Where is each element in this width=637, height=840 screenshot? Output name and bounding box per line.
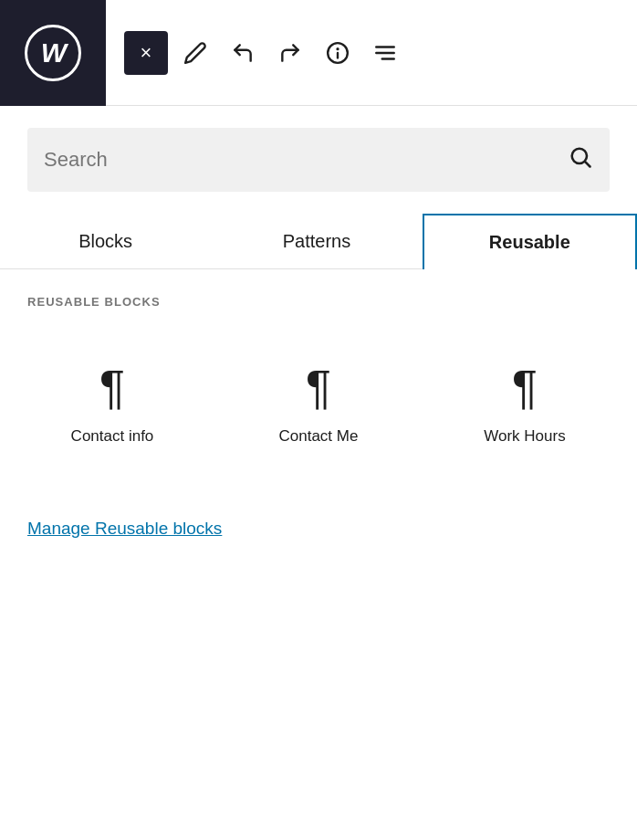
menu-button[interactable] xyxy=(365,33,405,73)
toolbar: W × xyxy=(0,0,637,106)
block-label-contact-me: Contact Me xyxy=(278,427,358,446)
tab-reusable[interactable]: Reusable xyxy=(423,214,637,269)
search-icon xyxy=(568,144,593,175)
close-icon: × xyxy=(141,41,152,65)
wp-logo: W xyxy=(0,0,106,106)
redo-button[interactable] xyxy=(270,33,310,73)
tab-patterns[interactable]: Patterns xyxy=(211,214,422,268)
block-item-work-hours[interactable]: ¶ Work Hours xyxy=(422,336,628,464)
section-label: REUSABLE BLOCKS xyxy=(0,269,637,318)
search-input[interactable] xyxy=(44,148,568,172)
manage-reusable-blocks-link[interactable]: Manage Reusable blocks xyxy=(27,519,222,539)
paragraph-icon-contact-info: ¶ xyxy=(99,363,125,411)
info-icon xyxy=(326,41,350,65)
search-box xyxy=(27,128,610,192)
paragraph-icon-contact-me: ¶ xyxy=(306,363,331,411)
block-label-work-hours: Work Hours xyxy=(484,427,565,446)
tab-blocks[interactable]: Blocks xyxy=(0,214,211,268)
block-item-contact-me[interactable]: ¶ Contact Me xyxy=(215,336,422,464)
block-label-contact-info: Contact info xyxy=(71,427,154,446)
reusable-blocks-grid: ¶ Contact info ¶ Contact Me ¶ Work Hours xyxy=(0,318,637,473)
menu-icon xyxy=(373,41,397,65)
svg-line-7 xyxy=(585,162,590,166)
search-area xyxy=(0,106,637,214)
undo-button[interactable] xyxy=(223,33,263,73)
toolbar-actions: × xyxy=(106,31,637,75)
paragraph-icon-work-hours: ¶ xyxy=(512,363,538,411)
block-item-contact-info[interactable]: ¶ Contact info xyxy=(9,336,215,464)
undo-icon xyxy=(231,41,255,65)
edit-button[interactable] xyxy=(175,33,215,73)
manage-link-wrap: Manage Reusable blocks xyxy=(0,473,637,539)
redo-icon xyxy=(278,41,302,65)
tabs: Blocks Patterns Reusable xyxy=(0,214,637,269)
edit-icon xyxy=(183,41,207,65)
info-button[interactable] xyxy=(318,33,358,73)
wordpress-icon: W xyxy=(25,25,81,81)
close-button[interactable]: × xyxy=(124,31,168,75)
